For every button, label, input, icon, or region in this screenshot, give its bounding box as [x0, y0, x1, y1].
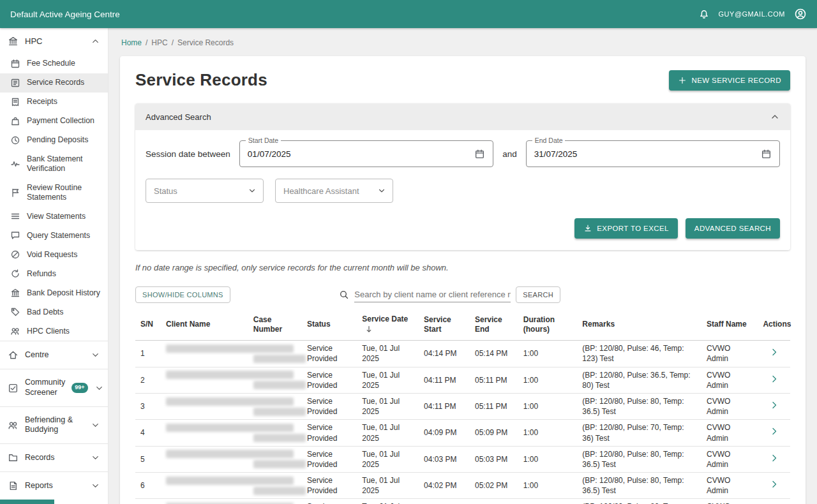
date-range-note: If no date range is specified, only serv…	[135, 263, 790, 272]
sidebar-group-reports[interactable]: Reports	[0, 471, 108, 500]
sidebar-group-community-screener[interactable]: Community Screener99+	[0, 369, 108, 406]
cell-staff-name: CVWO Admin	[701, 499, 758, 504]
calendar-icon[interactable]	[761, 149, 772, 159]
cell-remarks: (BP: 120/80, Pulse: 80, Temp: 36.5) Test	[577, 473, 701, 499]
redacted-case-number	[253, 487, 306, 495]
cell-client-name	[161, 499, 248, 504]
sidebar-group-label: Reports	[25, 481, 84, 491]
cell-service-date: Tue, 01 Jul 2025	[357, 473, 419, 499]
redacted-client-name	[166, 450, 294, 458]
row-detail-button[interactable]	[769, 453, 779, 463]
start-date-field[interactable]: Start Date 01/07/2025	[239, 140, 493, 167]
sort-desc-icon	[364, 325, 373, 334]
collapse-panel-icon	[770, 112, 780, 122]
sidebar-item-hpc-clients[interactable]: HPC Clients	[0, 322, 108, 341]
column-header-service-end[interactable]: Service End	[470, 309, 518, 341]
cell-sn: 5	[135, 446, 161, 472]
table-row: 5Service ProvidedTue, 01 Jul 202504:03 P…	[135, 446, 790, 472]
cell-staff-name: CVWO Admin	[701, 393, 758, 419]
column-header-label: Service Start	[424, 315, 451, 334]
column-header-label: Duration (hours)	[523, 315, 555, 334]
sidebar-item-pending-deposits[interactable]: Pending Deposits	[0, 131, 108, 150]
cell-actions	[758, 420, 790, 446]
cell-duration: 1:00	[518, 473, 578, 499]
row-detail-button[interactable]	[769, 426, 779, 436]
search-icon	[339, 290, 349, 300]
buddies-icon	[8, 420, 19, 431]
refund-icon	[10, 269, 20, 279]
cell-client-name	[161, 367, 248, 393]
sidebar-item-fee-schedule[interactable]: Fee Schedule	[0, 54, 108, 73]
card-header: Service Records NEW SERVICE RECORD	[135, 70, 790, 91]
sidebar: HPCFee ScheduleService RecordsReceiptsPa…	[0, 28, 109, 504]
cell-sn: 3	[135, 393, 161, 419]
sidebar-item-bad-debts[interactable]: Bad Debts	[0, 302, 108, 322]
cell-staff-name: CVWO Admin	[701, 367, 758, 393]
sidebar-item-bank-deposit-history[interactable]: Bank Deposit History	[0, 283, 108, 302]
cell-service-start: 04:14 PM	[419, 341, 470, 367]
start-date-floating-label: Start Date	[246, 137, 281, 144]
row-detail-button[interactable]	[769, 374, 779, 384]
sidebar-item-service-records[interactable]: Service Records	[0, 73, 108, 93]
redacted-client-name	[166, 345, 294, 353]
sidebar-item-payment-collection[interactable]: Payment Collection	[0, 112, 108, 131]
show-hide-columns-button[interactable]: SHOW/HIDE COLUMNS	[135, 286, 230, 303]
cell-staff-name: CVWO Admin	[701, 420, 758, 446]
session-date-label: Session date between	[146, 149, 230, 159]
sidebar-item-view-statements[interactable]: View Statements	[0, 207, 108, 226]
calendar-icon[interactable]	[474, 149, 485, 159]
sidebar-group-befriending-buddying[interactable]: Befriending & Buddying	[0, 406, 108, 443]
cell-status: Service Provided	[302, 499, 357, 504]
row-detail-button[interactable]	[769, 347, 779, 357]
advanced-search-header[interactable]: Advanced Search	[135, 103, 790, 130]
column-header-label: Remarks	[582, 320, 615, 329]
row-detail-button[interactable]	[769, 400, 779, 410]
sidebar-item-query-statements[interactable]: Query Statements	[0, 226, 108, 245]
advanced-search-button[interactable]: ADVANCED SEARCH	[686, 218, 780, 239]
service-records-icon	[10, 78, 20, 88]
chevron-down-icon	[91, 453, 100, 463]
clock-icon	[10, 135, 20, 145]
column-header-duration-hours[interactable]: Duration (hours)	[518, 309, 578, 341]
breadcrumb-home[interactable]: Home	[121, 38, 142, 47]
sidebar-group-centre[interactable]: Centre	[0, 341, 108, 369]
sidebar-item-review-routine-statements[interactable]: Review Routine Statements	[0, 179, 108, 207]
status-select[interactable]: Status	[146, 179, 264, 203]
row-detail-button[interactable]	[769, 479, 779, 489]
cell-service-date: Tue, 01 Jul 2025	[357, 367, 419, 393]
column-header-remarks[interactable]: Remarks	[577, 309, 701, 341]
breadcrumb-hpc[interactable]: HPC	[151, 38, 167, 47]
account-icon[interactable]	[794, 8, 807, 20]
cell-sn: 4	[135, 420, 161, 446]
healthcare-assistant-select[interactable]: Healthcare Assistant	[275, 179, 393, 203]
column-header-client-name[interactable]: Client Name	[161, 309, 248, 341]
service-records-table: S/NClient NameCase NumberStatusService D…	[135, 309, 790, 504]
cell-remarks: (BP: 120/80, Pulse: 80, Temp: 36.5) Test	[577, 393, 701, 419]
export-to-excel-button[interactable]: EXPORT TO EXCEL	[574, 218, 678, 239]
column-header-status[interactable]: Status	[302, 309, 357, 341]
cell-service-end: 05:01 PM	[470, 499, 518, 504]
column-header-service-start[interactable]: Service Start	[419, 309, 470, 341]
column-header-case-number[interactable]: Case Number	[248, 309, 302, 341]
column-header-service-date[interactable]: Service Date	[357, 309, 419, 341]
sidebar-item-label: Bank Statement Verification	[27, 154, 103, 174]
search-button[interactable]: SEARCH	[516, 286, 560, 303]
bell-icon[interactable]	[698, 8, 710, 20]
end-date-field[interactable]: End Date 31/07/2025	[526, 140, 780, 167]
column-header-s-n[interactable]: S/N	[135, 309, 161, 341]
cell-duration: 1:00	[518, 393, 578, 419]
column-header-label: Actions	[763, 320, 791, 329]
sidebar-item-bank-statement-verification[interactable]: Bank Statement Verification	[0, 150, 108, 179]
client-search-input[interactable]	[354, 287, 511, 302]
sidebar-item-receipts[interactable]: Receipts	[0, 93, 108, 112]
column-header-actions[interactable]: Actions	[758, 309, 790, 341]
sidebar-item-refunds[interactable]: Refunds	[0, 264, 108, 283]
new-service-record-button[interactable]: NEW SERVICE RECORD	[669, 70, 790, 91]
cell-client-name	[161, 473, 248, 499]
sidebar-group-hpc[interactable]: HPC	[0, 28, 108, 54]
sidebar-item-void-requests[interactable]: Void Requests	[0, 245, 108, 264]
column-header-staff-name[interactable]: Staff Name	[701, 309, 758, 341]
table-row: 4Service ProvidedTue, 01 Jul 202504:09 P…	[135, 420, 790, 446]
redacted-case-number	[253, 355, 306, 363]
sidebar-group-records[interactable]: Records	[0, 443, 108, 471]
